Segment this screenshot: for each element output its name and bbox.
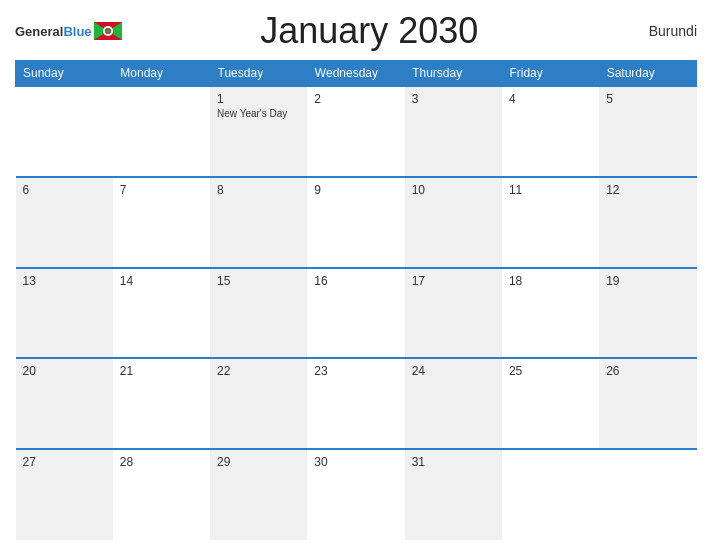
day-number: 20 (23, 364, 106, 378)
day-cell: 10 (405, 177, 502, 268)
day-cell: 21 (113, 358, 210, 449)
day-cell: 18 (502, 268, 599, 359)
day-number: 16 (314, 274, 397, 288)
day-event: New Year's Day (217, 108, 300, 119)
day-number: 31 (412, 455, 495, 469)
day-cell: 20 (16, 358, 113, 449)
day-cell: 6 (16, 177, 113, 268)
day-cell: 2 (307, 86, 404, 177)
day-number: 10 (412, 183, 495, 197)
week-row-1: 6789101112 (16, 177, 697, 268)
logo-flag-icon (94, 22, 122, 40)
calendar-table: SundayMondayTuesdayWednesdayThursdayFrid… (15, 60, 697, 540)
day-number: 8 (217, 183, 300, 197)
day-number: 9 (314, 183, 397, 197)
week-row-4: 2728293031 (16, 449, 697, 540)
day-number: 6 (23, 183, 106, 197)
logo-blue-text: Blue (63, 24, 91, 39)
week-row-3: 20212223242526 (16, 358, 697, 449)
day-number: 23 (314, 364, 397, 378)
day-cell: 16 (307, 268, 404, 359)
day-number: 3 (412, 92, 495, 106)
day-number: 4 (509, 92, 592, 106)
day-number: 2 (314, 92, 397, 106)
day-cell: 27 (16, 449, 113, 540)
day-cell: 31 (405, 449, 502, 540)
day-cell: 9 (307, 177, 404, 268)
calendar-title: January 2030 (122, 10, 617, 52)
day-cell: 1New Year's Day (210, 86, 307, 177)
day-number: 15 (217, 274, 300, 288)
calendar-container: General Blue January 2030 Burundi Sunday… (0, 0, 712, 550)
day-number: 11 (509, 183, 592, 197)
day-number: 27 (23, 455, 106, 469)
logo-general-text: General (15, 24, 63, 39)
day-number: 17 (412, 274, 495, 288)
day-number: 13 (23, 274, 106, 288)
day-number: 1 (217, 92, 300, 106)
day-cell: 15 (210, 268, 307, 359)
day-cell: 11 (502, 177, 599, 268)
day-number: 24 (412, 364, 495, 378)
day-cell: 28 (113, 449, 210, 540)
weekday-header-friday: Friday (502, 61, 599, 87)
week-row-2: 13141516171819 (16, 268, 697, 359)
weekday-header-saturday: Saturday (599, 61, 696, 87)
day-number: 28 (120, 455, 203, 469)
day-cell: 4 (502, 86, 599, 177)
day-number: 29 (217, 455, 300, 469)
day-number: 12 (606, 183, 689, 197)
day-cell: 29 (210, 449, 307, 540)
weekday-header-wednesday: Wednesday (307, 61, 404, 87)
weekday-header-sunday: Sunday (16, 61, 113, 87)
day-cell: 7 (113, 177, 210, 268)
day-cell: 5 (599, 86, 696, 177)
day-cell: 19 (599, 268, 696, 359)
day-number: 5 (606, 92, 689, 106)
day-number: 21 (120, 364, 203, 378)
calendar-header: General Blue January 2030 Burundi (15, 10, 697, 52)
weekday-header-tuesday: Tuesday (210, 61, 307, 87)
day-number: 18 (509, 274, 592, 288)
day-cell: 8 (210, 177, 307, 268)
day-number: 30 (314, 455, 397, 469)
day-cell (502, 449, 599, 540)
day-cell: 23 (307, 358, 404, 449)
day-number: 14 (120, 274, 203, 288)
day-cell: 30 (307, 449, 404, 540)
day-cell: 13 (16, 268, 113, 359)
day-cell (599, 449, 696, 540)
day-cell (113, 86, 210, 177)
day-number: 25 (509, 364, 592, 378)
day-cell: 3 (405, 86, 502, 177)
day-cell: 24 (405, 358, 502, 449)
weekday-header-monday: Monday (113, 61, 210, 87)
day-number: 22 (217, 364, 300, 378)
country-label: Burundi (617, 23, 697, 39)
day-number: 26 (606, 364, 689, 378)
day-cell: 22 (210, 358, 307, 449)
weekday-header-thursday: Thursday (405, 61, 502, 87)
weekday-header-row: SundayMondayTuesdayWednesdayThursdayFrid… (16, 61, 697, 87)
day-cell (16, 86, 113, 177)
day-cell: 12 (599, 177, 696, 268)
day-cell: 25 (502, 358, 599, 449)
day-number: 19 (606, 274, 689, 288)
day-cell: 26 (599, 358, 696, 449)
day-number: 7 (120, 183, 203, 197)
day-cell: 14 (113, 268, 210, 359)
day-cell: 17 (405, 268, 502, 359)
week-row-0: 1New Year's Day2345 (16, 86, 697, 177)
logo: General Blue (15, 22, 122, 40)
